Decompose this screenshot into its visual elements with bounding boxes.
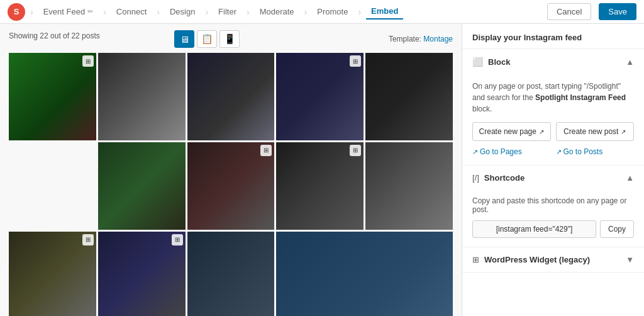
shortcode-input-row: Copy [472,220,634,238]
photo-cell[interactable] [187,232,275,316]
photo-cell[interactable]: ⊞ [276,53,364,140]
photo-cell[interactable]: ⊞ [98,232,186,316]
view-mobile-button[interactable]: 📱 [219,30,240,48]
photo-cell[interactable] [276,232,453,316]
accordion-block-header[interactable]: ⬜ Block ▲ [462,49,644,74]
photo-cell[interactable] [98,142,186,230]
block-title: Block [488,57,621,67]
view-tablet-button[interactable]: 📋 [197,30,217,48]
nav-item-filter[interactable]: Filter [213,4,242,19]
edit-feed-icon[interactable]: ✏ [87,8,93,16]
photo-cell[interactable]: ⊞ [187,142,275,230]
external-link-icon: ↗ [621,128,626,135]
nav-feed-name[interactable]: Event Feed ✏ [38,4,99,19]
save-button[interactable]: Save [599,3,636,20]
external-link-icon: ↗ [539,128,544,135]
photo-cell[interactable]: ⊞ [276,142,364,230]
shortcode-input[interactable] [472,220,596,238]
nav-item-embed[interactable]: Embed [366,4,403,20]
block-icon: ⬜ [472,57,483,67]
accordion-block-body: On any page or post, start typing "/Spot… [462,74,644,165]
accordion-widget-header[interactable]: ⊞ WordPress Widget (legacy) ▼ [462,247,644,272]
create-buttons-row: Create new page ↗ Create new post ↗ [472,122,634,141]
copy-shortcode-button[interactable]: Copy [600,220,634,238]
template-link[interactable]: Montage [423,35,453,43]
photo-overlay-icon: ⊞ [82,55,94,67]
accordion-block: ⬜ Block ▲ On any page or post, start typ… [462,49,644,166]
photo-cell[interactable]: ⊞ [9,53,96,140]
widget-title: WordPress Widget (legacy) [484,255,621,264]
top-nav: S › Event Feed ✏ › Connect › Design › Fi… [0,0,644,24]
block-collapse-icon: ▲ [626,57,634,67]
accordion-shortcode: [/] Shortcode ▲ Copy and paste this shor… [462,166,644,247]
main-layout: Showing 22 out of 22 posts 🖥 📋 📱 Templat… [0,24,644,316]
nav-sep-7: › [358,7,361,17]
photo-cell[interactable]: ⊞ [9,232,96,316]
photo-overlay-icon: ⊞ [260,145,272,156]
nav-sep-6: › [304,7,308,17]
accordion-shortcode-body: Copy and paste this shortcode on any pag… [462,190,644,247]
shortcode-collapse-icon: ▲ [626,173,634,183]
nav-item-design[interactable]: Design [165,4,200,19]
right-panel-header: Display your Instagram feed [462,24,644,49]
view-desktop-button[interactable]: 🖥 [174,30,194,48]
accordion-widget: ⊞ WordPress Widget (legacy) ▼ [462,247,644,273]
nav-sep-5: › [247,7,250,17]
create-new-post-button[interactable]: Create new post ↗ [556,122,635,141]
block-description: On any page or post, start typing "/Spot… [472,81,634,115]
left-panel: Showing 22 out of 22 posts 🖥 📋 📱 Templat… [0,24,462,316]
widget-expand-icon: ▼ [626,255,634,264]
nav-separator-2: › [103,7,106,17]
photo-cell[interactable] [187,53,275,140]
nav-item-connect[interactable]: Connect [111,4,152,19]
photo-cell[interactable] [365,142,453,230]
nav-sep-4: › [205,7,208,17]
accordion-shortcode-header[interactable]: [/] Shortcode ▲ [462,166,644,190]
go-to-posts-link[interactable]: ↗ Go to Posts [556,147,635,156]
nav-item-promote[interactable]: Promote [312,4,353,19]
go-to-pages-link[interactable]: ↗ Go to Pages [472,147,551,156]
photo-overlay-icon: ⊞ [350,55,361,67]
nav-item-moderate[interactable]: Moderate [255,4,299,19]
photo-overlay-icon: ⊞ [172,234,183,245]
page-post-links-row: ↗ Go to Pages ↗ Go to Posts [472,147,634,156]
link-icon: ↗ [472,148,478,156]
right-panel: Display your Instagram feed ⬜ Block ▲ On… [462,24,644,316]
template-label: Template: Montage [389,35,453,43]
photo-overlay-icon: ⊞ [350,145,361,156]
widget-icon: ⊞ [472,255,479,264]
shortcode-description: Copy and paste this shortcode on any pag… [472,196,634,214]
nav-sep-3: › [157,7,160,17]
shortcode-icon: [/] [472,173,479,183]
posts-info: Showing 22 out of 22 posts [9,31,100,40]
photo-cell[interactable] [98,53,186,140]
cancel-button[interactable]: Cancel [547,3,591,20]
shortcode-title: Shortcode [484,173,621,183]
photo-cell[interactable] [365,53,453,140]
link-icon: ↗ [556,148,562,156]
create-new-page-button[interactable]: Create new page ↗ [472,122,551,141]
photo-overlay-icon: ⊞ [82,234,94,245]
app-logo: S [8,3,25,21]
photo-grid: ⊞ ⊞ ⊞ ⊞ ⊞ ⊞ [9,53,453,316]
nav-separator-1: › [30,7,33,17]
